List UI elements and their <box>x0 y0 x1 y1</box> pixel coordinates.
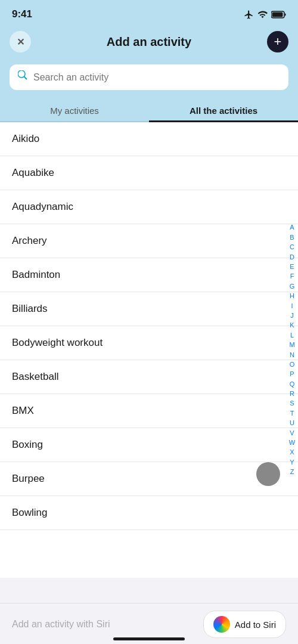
add-button[interactable]: + <box>267 31 288 52</box>
alphabet-letter-r[interactable]: R <box>290 389 294 398</box>
wifi-icon <box>257 10 268 20</box>
tabs: My activities All the activities <box>0 100 298 122</box>
list-item[interactable]: Badminton <box>0 258 298 292</box>
battery-icon <box>271 11 286 18</box>
close-button[interactable]: ✕ <box>10 31 31 52</box>
alphabet-letter-n[interactable]: N <box>290 351 294 360</box>
alphabet-letter-q[interactable]: Q <box>290 380 295 389</box>
status-icons <box>244 10 286 20</box>
siri-orb-icon <box>213 616 230 633</box>
alphabet-letter-d[interactable]: D <box>290 253 294 262</box>
list-item[interactable]: Bowling <box>0 496 298 530</box>
alphabet-index[interactable]: ABCDEFGHIJKLMNOPQRSTUVWXYZ <box>286 122 298 578</box>
alphabet-letter-m[interactable]: M <box>289 340 294 349</box>
list-item[interactable]: Basketball <box>0 360 298 394</box>
list-item[interactable]: Aikido <box>0 122 298 156</box>
list-item[interactable]: Aquabike <box>0 156 298 190</box>
tab-my-activities[interactable]: My activities <box>0 100 149 122</box>
list-item[interactable]: BMX <box>0 394 298 428</box>
siri-prompt-text: Add an activity with Siri <box>12 619 110 630</box>
alphabet-letter-b[interactable]: B <box>290 233 294 242</box>
activity-list: AikidoAquabikeAquadynamicArcheryBadminto… <box>0 122 298 530</box>
status-bar: 9:41 <box>0 0 298 26</box>
add-to-siri-button[interactable]: Add to Siri <box>203 611 286 638</box>
close-icon: ✕ <box>17 36 24 48</box>
airplane-icon <box>244 10 254 20</box>
list-item[interactable]: Archery <box>0 224 298 258</box>
content-area: AikidoAquabikeAquadynamicArcheryBadminto… <box>0 122 298 578</box>
search-icon <box>18 70 29 84</box>
alphabet-letter-i[interactable]: I <box>291 302 293 311</box>
alphabet-letter-h[interactable]: H <box>290 292 294 301</box>
list-item[interactable]: Bodyweight workout <box>0 326 298 360</box>
alphabet-letter-a[interactable]: A <box>290 223 294 232</box>
alphabet-letter-u[interactable]: U <box>290 419 294 428</box>
alphabet-letter-w[interactable]: W <box>289 438 295 447</box>
page-title: Add an activity <box>107 35 191 49</box>
alphabet-letter-o[interactable]: O <box>290 360 295 369</box>
alphabet-letter-k[interactable]: K <box>290 321 294 330</box>
siri-button-label: Add to Siri <box>235 620 276 630</box>
alphabet-letter-f[interactable]: F <box>290 272 294 281</box>
status-time: 9:41 <box>12 8 32 20</box>
search-container <box>0 60 298 100</box>
alphabet-letter-z[interactable]: Z <box>290 467 294 476</box>
svg-rect-2 <box>285 13 286 16</box>
home-bar <box>113 637 185 640</box>
header: ✕ Add an activity + <box>0 26 298 60</box>
alphabet-letter-s[interactable]: S <box>290 399 294 408</box>
tab-all-activities[interactable]: All the activities <box>149 100 298 122</box>
svg-rect-1 <box>272 12 283 17</box>
alphabet-letter-v[interactable]: V <box>290 429 294 438</box>
alphabet-letter-t[interactable]: T <box>290 409 294 418</box>
alphabet-letter-j[interactable]: J <box>290 311 294 320</box>
list-item[interactable]: Boxing <box>0 428 298 462</box>
alphabet-letter-x[interactable]: X <box>290 448 294 457</box>
alphabet-letter-y[interactable]: Y <box>290 458 294 467</box>
list-item[interactable]: Aquadynamic <box>0 190 298 224</box>
alphabet-letter-l[interactable]: L <box>290 331 294 340</box>
search-box <box>10 64 288 90</box>
scroll-indicator <box>256 462 280 486</box>
alphabet-letter-p[interactable]: P <box>290 370 294 379</box>
search-input[interactable] <box>33 72 280 83</box>
alphabet-letter-c[interactable]: C <box>290 243 294 252</box>
alphabet-letter-g[interactable]: G <box>290 282 295 291</box>
list-item[interactable]: Billiards <box>0 292 298 326</box>
plus-icon: + <box>274 34 282 49</box>
alphabet-letter-e[interactable]: E <box>290 262 294 271</box>
list-item[interactable]: Burpee <box>0 462 298 496</box>
home-indicator <box>0 637 298 644</box>
